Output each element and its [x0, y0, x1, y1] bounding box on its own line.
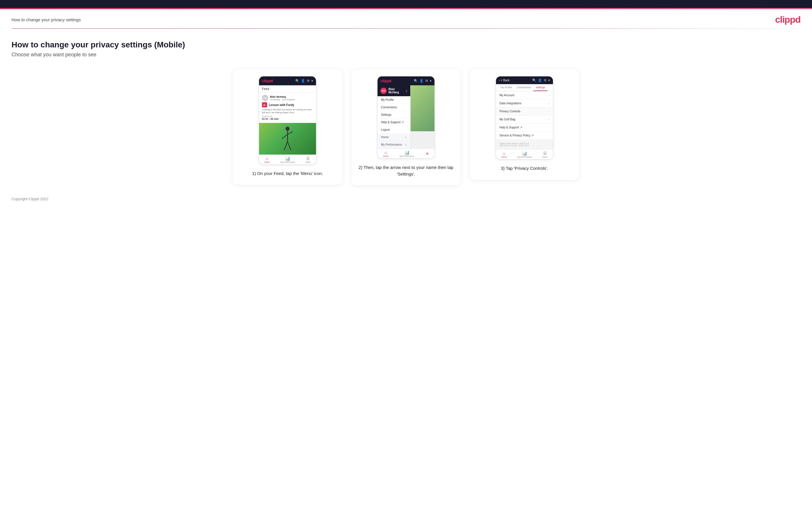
performance-label-3: My Performance — [517, 156, 532, 158]
performance-label: My Performance — [281, 161, 295, 163]
performance-icon-3: 📊 — [522, 151, 527, 156]
performance-label-2: My Performance — [400, 155, 414, 157]
tab-my-profile[interactable]: My Profile — [498, 84, 514, 91]
feed-avatar: BM — [262, 95, 268, 101]
step1-logo: clippd — [262, 79, 273, 83]
step1-phone-nav: clippd 🔍 👤 ⚙ ▾ — [259, 76, 316, 85]
menu-item-help-label: Help & Support ↗ — [381, 121, 404, 124]
performance-icon: 📊 — [285, 156, 290, 161]
step-1-caption: 1) On your Feed, tap the 'Menu' icon. — [252, 170, 323, 177]
menu-icon: ☰ — [306, 156, 310, 161]
settings-item-data[interactable]: Data Integrations › — [496, 99, 553, 107]
home-nav-item[interactable]: ⌂ Home — [264, 156, 270, 163]
page-title: How to change your privacy settings (Mob… — [11, 40, 801, 49]
menu-nav-item[interactable]: ☰ Menu — [306, 156, 311, 163]
step2-home-nav[interactable]: ⌂ Home — [383, 150, 389, 157]
header: How to change your privacy settings clip… — [0, 9, 812, 29]
menu-item-help[interactable]: Help & Support ↗ — [377, 119, 410, 126]
step-2-caption: 2) Then, tap the arrow next to your name… — [358, 164, 454, 177]
copyright-text: Copyright Clippd 2022 — [11, 197, 49, 201]
lesson-icon: ▶ — [262, 102, 267, 107]
version-line-2: GQL Server Version: 2022.7.30-1 — [500, 145, 550, 147]
step-2-phone: clippd 🔍 👤 ⚙ ▾ BM Blair McHarg — [377, 76, 435, 159]
step2-nav-icons: 🔍 👤 ⚙ ▾ — [414, 79, 432, 83]
person-icon-3: 👤 — [538, 78, 542, 82]
step3-menu-nav[interactable]: ☰ Menu — [543, 151, 548, 158]
step2-menu-panel: BM Blair McHarg ∧ My Profile Connections — [377, 85, 411, 149]
settings-icon: ⚙ — [307, 79, 310, 83]
step-3-phone: ‹ < Back 🔍 👤 ⚙ ▾ My Profile Connections … — [496, 76, 553, 159]
footer: Copyright Clippd 2022 — [0, 191, 812, 207]
person-icon: 👤 — [301, 79, 305, 83]
performance-nav-item[interactable]: 📊 My Performance — [281, 156, 295, 163]
svg-line-2 — [282, 134, 288, 139]
settings-item-account[interactable]: My Account › — [496, 91, 553, 99]
step2-bottom-nav: ⌂ Home 📊 My Performance ✕ — [377, 149, 435, 158]
step3-nav-icons: 🔍 👤 ⚙ ▾ — [532, 78, 550, 82]
step2-phone-content: BM Blair McHarg ∧ My Profile Connections — [377, 85, 435, 149]
step-3-card: ‹ < Back 🔍 👤 ⚙ ▾ My Profile Connections … — [470, 69, 579, 180]
menu-item-profile-label: My Profile — [381, 98, 394, 101]
tab-connections[interactable]: Connections — [514, 84, 534, 91]
step3-home-nav[interactable]: ⌂ Home — [501, 151, 507, 158]
menu-item-connections[interactable]: Connections — [377, 104, 410, 111]
step-1-phone: clippd 🔍 👤 ⚙ ▾ Feed BM Blair Mc — [259, 76, 316, 165]
home-icon-2: ⌂ — [385, 150, 387, 155]
feed-user-meta: Yesterday · Sunningdale — [270, 98, 295, 101]
svg-line-3 — [288, 131, 293, 134]
top-bar — [0, 0, 812, 8]
menu-chevron-icon: ∧ — [405, 89, 407, 93]
feed-description: Looking to feel like my hands are exitin… — [262, 108, 313, 114]
logo: clippd — [775, 14, 801, 25]
performance-section-chevron: ∨ — [405, 143, 407, 146]
svg-line-5 — [288, 142, 291, 150]
search-icon-3: 🔍 — [532, 78, 536, 82]
feed-user-row: BM Blair McHarg Yesterday · Sunningdale — [262, 95, 313, 101]
settings-item-help[interactable]: Help & Support ↗ — [496, 123, 553, 131]
settings-item-golf-bag-label: My Golf Bag — [500, 118, 515, 121]
settings-list: My Account › Data Integrations › Privacy… — [496, 91, 553, 139]
svg-point-0 — [286, 127, 290, 131]
menu-item-settings[interactable]: Settings — [377, 111, 410, 119]
settings-item-help-label: Help & Support ↗ — [500, 126, 522, 129]
golf-player-svg — [279, 126, 296, 155]
menu-section-home[interactable]: Home ∨ — [377, 133, 410, 141]
menu-item-profile[interactable]: My Profile — [377, 96, 410, 104]
search-icon-2: 🔍 — [414, 79, 418, 83]
main-content: How to change your privacy settings (Mob… — [0, 29, 812, 191]
performance-icon-2: 📊 — [405, 150, 409, 155]
step2-right-panel — [411, 85, 435, 149]
step-3-caption: 3) Tap 'Privacy Controls'. — [501, 165, 548, 172]
step2-performance-nav[interactable]: 📊 My Performance — [400, 150, 414, 157]
step2-phone-nav: clippd 🔍 👤 ⚙ ▾ — [377, 76, 435, 85]
step1-nav-icons: 🔍 👤 ⚙ ▾ — [295, 79, 313, 83]
feed-user-info: Blair McHarg Yesterday · Sunningdale — [270, 95, 295, 101]
tab-settings[interactable]: Settings — [534, 84, 548, 91]
golf-bag-chevron-icon: › — [549, 118, 550, 121]
home-label-2: Home — [383, 155, 389, 157]
settings-item-golf-bag[interactable]: My Golf Bag › — [496, 115, 553, 123]
step3-performance-nav[interactable]: 📊 My Performance — [517, 151, 532, 158]
step-1-card: clippd 🔍 👤 ⚙ ▾ Feed BM Blair Mc — [233, 69, 342, 185]
settings-footer: Clippd Client Version: 2022.8.3-3 GQL Se… — [496, 139, 553, 149]
back-chevron-icon: ‹ — [499, 79, 500, 82]
feed-lesson-title: ▶ Lesson with Fordy — [262, 102, 313, 107]
step-2-card: clippd 🔍 👤 ⚙ ▾ BM Blair McHarg — [351, 69, 461, 185]
step1-content: Feed BM Blair McHarg Yesterday · Sunning… — [259, 85, 316, 155]
home-label-3: Home — [501, 156, 507, 158]
step3-bottom-nav: ⌂ Home 📊 My Performance ☰ Menu — [496, 149, 553, 159]
back-button[interactable]: ‹ < Back — [499, 79, 509, 82]
menu-section-performance-label: My Performance — [381, 143, 402, 146]
step2-close-nav[interactable]: ✕ — [425, 151, 429, 156]
version-line-1: Clippd Client Version: 2022.8.3-3 — [500, 143, 550, 145]
menu-icon-3: ☰ — [543, 151, 547, 156]
menu-section-performance[interactable]: My Performance ∨ — [377, 141, 410, 149]
menu-label: Menu — [306, 161, 311, 163]
search-icon: 🔍 — [295, 79, 299, 83]
settings-item-privacy[interactable]: Privacy Controls › — [496, 107, 553, 115]
feed-item: BM Blair McHarg Yesterday · Sunningdale … — [259, 93, 316, 123]
privacy-chevron-icon: › — [549, 110, 550, 113]
menu-item-logout[interactable]: Logout — [377, 126, 410, 133]
settings-icon-2: ⚙ — [425, 79, 428, 83]
settings-item-service[interactable]: Service & Privacy Policy ↗ — [496, 131, 553, 139]
